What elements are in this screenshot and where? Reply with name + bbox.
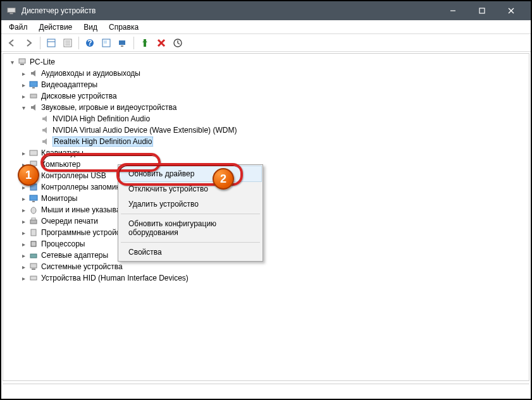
tree-keyboards[interactable]: ▸Клавиатуры xyxy=(18,147,525,159)
help-button[interactable]: ? xyxy=(82,35,97,51)
chevron-right-icon[interactable]: ▸ xyxy=(20,172,27,179)
tree-label: Процессоры xyxy=(41,239,85,248)
tree-audio-io[interactable]: ▸Аудиовходы и аудиовыходы xyxy=(18,68,525,79)
chevron-right-icon[interactable]: ▸ xyxy=(20,195,27,202)
svg-rect-27 xyxy=(30,150,37,155)
tree-label: Мониторы xyxy=(41,194,77,203)
devmgr-icon xyxy=(6,6,16,16)
tree-label: Контроллеры USB xyxy=(41,171,106,180)
chevron-right-icon[interactable]: ▸ xyxy=(20,240,27,248)
chevron-right-icon[interactable]: ▸ xyxy=(20,70,27,77)
properties-button[interactable] xyxy=(60,35,75,51)
svg-point-35 xyxy=(31,207,36,214)
tree-root[interactable]: ▾ PC-Lite xyxy=(7,56,525,68)
chevron-right-icon[interactable]: ▸ xyxy=(20,263,27,270)
tree-network-adapters[interactable]: ▸Сетевые адаптеры xyxy=(18,250,525,261)
scan-hardware-button[interactable] xyxy=(115,35,130,51)
tree-hid[interactable]: ▸Устройства HID (Human Interface Devices… xyxy=(18,272,525,284)
disable-device-button[interactable] xyxy=(154,35,169,51)
title-bar: Диспетчер устройств xyxy=(1,1,531,20)
tree-computer[interactable]: ▸Компьютер xyxy=(18,159,525,170)
tree-software-devices[interactable]: ▸Программные устройства xyxy=(18,227,525,238)
chevron-right-icon[interactable]: ▸ xyxy=(20,274,27,282)
computer-icon xyxy=(17,57,27,67)
tree-video-adapters[interactable]: ▸Видеоадаптеры xyxy=(18,79,525,90)
audio-icon xyxy=(28,68,39,78)
speaker-icon xyxy=(40,114,50,124)
tree-label: NVIDIA High Definition Audio xyxy=(53,114,150,123)
minimize-button[interactable] xyxy=(438,1,467,20)
svg-rect-25 xyxy=(32,87,35,88)
tree-monitors[interactable]: ▸Мониторы xyxy=(18,193,525,204)
back-button[interactable] xyxy=(5,35,20,51)
tree-nvidia-hd-audio[interactable]: NVIDIA High Definition Audio xyxy=(30,113,525,124)
chevron-right-icon[interactable]: ▸ xyxy=(20,149,27,157)
svg-rect-39 xyxy=(31,241,36,246)
chevron-right-icon[interactable]: ▸ xyxy=(20,217,27,225)
mouse-icon xyxy=(28,205,39,215)
svg-rect-23 xyxy=(20,64,24,65)
speaker-icon xyxy=(28,102,39,112)
menu-help[interactable]: Справка xyxy=(104,21,144,33)
monitor-icon xyxy=(28,193,39,203)
menu-bar: Файл Действие Вид Справка xyxy=(1,20,531,34)
disk-icon xyxy=(28,91,39,101)
ctx-disable-device[interactable]: Отключить устройство xyxy=(120,181,261,197)
show-hidden-button[interactable] xyxy=(99,35,114,51)
separator xyxy=(121,242,260,243)
tree-nvidia-virtual-audio[interactable]: NVIDIA Virtual Audio Device (Wave Extens… xyxy=(30,124,525,136)
svg-rect-42 xyxy=(32,269,35,270)
tree-system-devices[interactable]: ▸Системные устройства xyxy=(18,261,525,272)
maximize-button[interactable] xyxy=(467,1,497,20)
enable-device-button[interactable] xyxy=(137,35,152,51)
tree-usb-controllers[interactable]: ▸Контроллеры USB xyxy=(18,170,525,181)
chevron-right-icon[interactable]: ▸ xyxy=(20,206,27,214)
tree-disk-drives[interactable]: ▸Дисковые устройства xyxy=(18,90,525,102)
tree-label: Дисковые устройства xyxy=(41,92,117,100)
chevron-right-icon[interactable]: ▸ xyxy=(20,92,27,100)
chevron-right-icon[interactable]: ▸ xyxy=(20,81,27,88)
chevron-right-icon[interactable]: ▸ xyxy=(20,161,27,168)
tree-realtek-hd-audio[interactable]: Realtek High Definition Audio xyxy=(30,136,525,147)
ctx-update-driver[interactable]: Обновить драйвер xyxy=(120,166,261,181)
cpu-icon xyxy=(28,239,39,249)
update-driver-button[interactable] xyxy=(170,35,185,51)
chevron-down-icon[interactable]: ▾ xyxy=(8,58,16,66)
svg-rect-24 xyxy=(30,82,37,87)
ctx-scan-hardware[interactable]: Обновить конфигурацию оборудования xyxy=(120,216,261,240)
svg-text:?: ? xyxy=(87,39,92,47)
device-tree-panel: ▾ PC-Lite ▸Аудиовходы и аудиовыходы ▸Вид… xyxy=(3,53,529,381)
close-button[interactable] xyxy=(497,1,526,20)
computer-icon xyxy=(28,159,39,169)
svg-rect-6 xyxy=(47,39,55,47)
show-hide-tree-button[interactable] xyxy=(44,35,59,51)
svg-rect-17 xyxy=(121,45,123,47)
status-bar xyxy=(3,384,529,397)
menu-action[interactable]: Действие xyxy=(34,21,78,33)
network-icon xyxy=(28,250,39,260)
ctx-uninstall-device[interactable]: Удалить устройство xyxy=(120,197,261,212)
chevron-right-icon[interactable]: ▸ xyxy=(20,183,27,191)
tree-label: Видеоадаптеры xyxy=(41,80,97,89)
tree-label: Системные устройства xyxy=(41,262,123,271)
storage-icon xyxy=(28,182,39,192)
chevron-down-icon[interactable]: ▾ xyxy=(20,104,27,111)
tree-print-queues[interactable]: ▸Очереди печати xyxy=(18,215,525,227)
tree-sound-video-game[interactable]: ▾Звуковые, игровые и видеоустройства xyxy=(18,102,525,113)
tree-label: Аудиовходы и аудиовыходы xyxy=(41,69,140,78)
svg-rect-15 xyxy=(104,40,107,44)
tree-processors[interactable]: ▸Процессоры xyxy=(18,238,525,250)
svg-rect-37 xyxy=(32,218,35,220)
tree-storage-controllers[interactable]: ▸Контроллеры запоминающих устройств xyxy=(18,181,525,193)
chevron-right-icon[interactable]: ▸ xyxy=(20,229,27,236)
ctx-properties[interactable]: Свойства xyxy=(120,245,261,260)
forward-button[interactable] xyxy=(22,35,37,51)
svg-rect-34 xyxy=(32,201,35,202)
software-icon xyxy=(28,227,39,238)
tree-label: Очереди печати xyxy=(41,217,98,226)
device-manager-window: Диспетчер устройств Файл Действие Вид Сп… xyxy=(0,0,532,400)
tree-mice[interactable]: ▸Мыши и иные указывающие устройства xyxy=(18,204,525,215)
menu-file[interactable]: Файл xyxy=(4,21,33,33)
chevron-right-icon[interactable]: ▸ xyxy=(20,252,27,259)
menu-view[interactable]: Вид xyxy=(78,21,102,33)
